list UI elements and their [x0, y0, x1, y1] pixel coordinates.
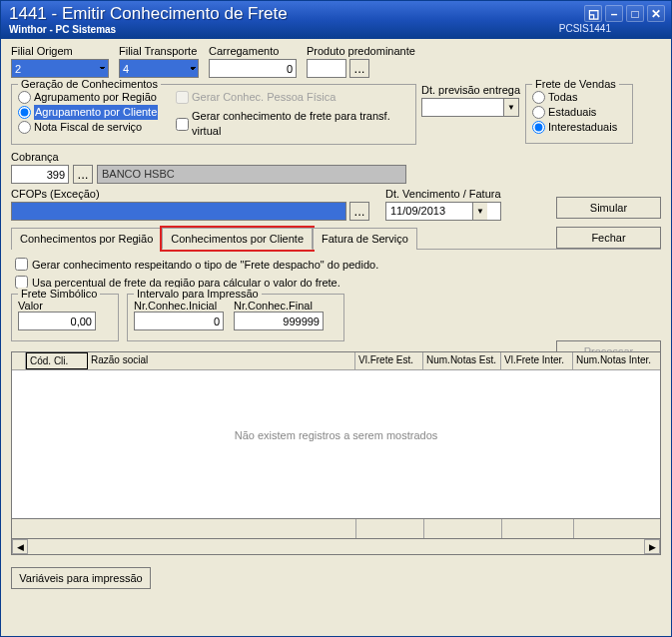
restore-icon[interactable]: ◱ — [584, 5, 602, 22]
col-cod-cli[interactable]: Cód. Cli. — [26, 352, 88, 369]
fv-estaduais-radio[interactable] — [532, 106, 545, 119]
simular-button[interactable]: Simular — [556, 197, 661, 219]
carregamento-label: Carregamento — [209, 45, 297, 57]
previsao-entrega-combo[interactable]: ▼ — [421, 98, 519, 117]
filial-origem-label: Filial Origem — [11, 45, 109, 57]
frete-simbolico-group: Frete Simbólico Valor — [11, 294, 119, 341]
chevron-down-icon[interactable]: ▼ — [472, 203, 487, 220]
gerar-pessoa-fisica-check — [176, 91, 189, 104]
gerar-frete-despacho-check[interactable] — [15, 258, 28, 271]
frete-vendas-legend: Frete de Vendas — [532, 78, 619, 90]
frete-simbolico-valor-input[interactable] — [18, 312, 96, 330]
scroll-right-icon[interactable]: ▶ — [644, 539, 660, 554]
nota-fiscal-servico-radio[interactable] — [18, 121, 31, 134]
system-id: PCSIS1441 — [559, 23, 611, 34]
conhec-final-input[interactable] — [234, 312, 324, 330]
cobranca-code-input[interactable] — [11, 165, 69, 184]
produto-predominante-label: Produto predominante — [307, 45, 415, 57]
col-razao-social[interactable]: Razão social — [88, 352, 355, 369]
vencimento-date-combo[interactable]: 11/09/2013 ▼ — [385, 202, 501, 221]
intervalo-impressao-group: Intervalo para Impressão Nr.Conhec.Inici… — [127, 294, 344, 341]
cobranca-lookup-button[interactable]: ... — [73, 165, 93, 184]
gerar-transf-virtual-check[interactable] — [176, 118, 189, 131]
cobranca-bank-display: BANCO HSBC — [97, 165, 406, 184]
produto-predominante-input[interactable] — [307, 59, 346, 78]
col-vl-frete-inter[interactable]: Vl.Frete Inter. — [501, 352, 573, 369]
vencimento-label: Dt. Vencimento / Fatura — [385, 188, 501, 200]
chevron-down-icon[interactable]: ▼ — [503, 99, 518, 116]
cfops-lookup-button[interactable]: ... — [349, 202, 369, 221]
filial-origem-combo[interactable]: 2 — [11, 59, 109, 78]
agrup-cliente-radio[interactable] — [18, 106, 31, 119]
table-footer — [11, 519, 661, 539]
carregamento-input[interactable] — [209, 59, 297, 78]
window-title: 1441 - Emitir Conhecimento de Frete — [9, 4, 663, 24]
maximize-icon[interactable]: □ — [626, 5, 644, 22]
variaveis-impressao-button[interactable]: Variáveis para impressão — [11, 567, 151, 589]
empty-message: Não existem registros a serem mostrados — [235, 429, 438, 441]
produto-lookup-button[interactable]: ... — [349, 59, 369, 78]
filial-transporte-label: Filial Transporte — [119, 45, 199, 57]
fechar-button[interactable]: Fechar — [556, 227, 661, 249]
minimize-icon[interactable]: – — [605, 5, 623, 22]
fv-todas-radio[interactable] — [532, 91, 545, 104]
tab-conhec-cliente[interactable]: Conhecimentos por Cliente — [162, 228, 313, 250]
conhec-inicial-input[interactable] — [134, 312, 224, 330]
cfops-label: CFOPs (Exceção) — [11, 188, 369, 200]
fv-interestaduais-radio[interactable] — [532, 121, 545, 134]
geracao-legend: Geração de Conhecimentos — [18, 78, 161, 90]
result-table: Cód. Cli. Razão social Vl.Frete Est. Num… — [11, 351, 661, 519]
agrup-regiao-radio[interactable] — [18, 91, 31, 104]
tab-conhec-regiao[interactable]: Conhecimentos por Região — [11, 228, 162, 250]
app-window: 1441 - Emitir Conhecimento de Frete Wint… — [0, 0, 672, 637]
col-num-notas-est[interactable]: Num.Notas Est. — [423, 352, 501, 369]
filial-transporte-combo[interactable]: 4 — [119, 59, 199, 78]
scroll-left-icon[interactable]: ◀ — [12, 539, 28, 554]
titlebar: 1441 - Emitir Conhecimento de Frete Wint… — [1, 1, 671, 39]
previsao-entrega-label: Dt. previsão entrega — [421, 84, 520, 96]
tab-fatura-servico[interactable]: Fatura de Serviço — [313, 228, 417, 250]
cobranca-label: Cobrança — [11, 151, 59, 163]
col-num-notas-inter[interactable]: Num.Notas Inter. — [573, 352, 660, 369]
close-icon[interactable]: ✕ — [647, 5, 665, 22]
geracao-group: Geração de Conhecimentos Agrupamento por… — [11, 84, 416, 145]
col-vl-frete-est[interactable]: Vl.Frete Est. — [355, 352, 423, 369]
frete-vendas-group: Frete de Vendas Todas Estaduais Interest… — [525, 84, 633, 144]
cfops-input[interactable] — [11, 202, 346, 221]
horizontal-scrollbar[interactable]: ◀ ▶ — [11, 539, 661, 555]
